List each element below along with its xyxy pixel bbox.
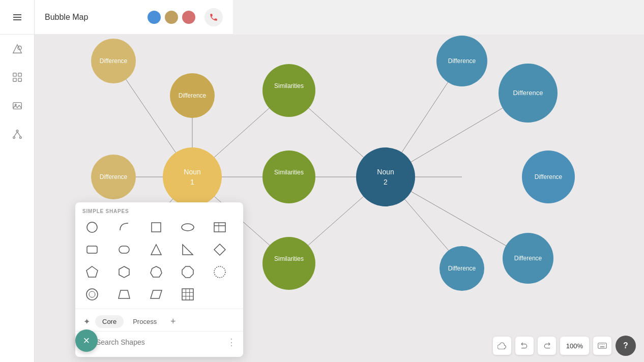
shape-rounded-rect[interactable] [80, 239, 104, 260]
undo-button[interactable] [515, 337, 534, 355]
sidebar-icon-shapes[interactable] [0, 35, 35, 63]
shape-triangle[interactable] [144, 239, 168, 260]
fab-button[interactable]: × [75, 329, 98, 352]
svg-rect-55 [87, 246, 97, 253]
shape-octagon[interactable] [176, 262, 199, 282]
sidebar-icon-image[interactable] [0, 92, 35, 120]
sidebar [0, 0, 35, 362]
shape-pentagon[interactable] [80, 262, 104, 282]
tab-add-button[interactable]: + [166, 315, 180, 329]
shape-circle[interactable] [80, 217, 104, 237]
shape-square[interactable] [144, 217, 168, 237]
shapes-panel: SIMPLE SHAPES [75, 202, 243, 357]
svg-marker-59 [214, 244, 225, 255]
help-button[interactable]: ? [616, 336, 636, 356]
tab-process[interactable]: Process [126, 315, 164, 328]
tab-core[interactable]: Core [95, 315, 124, 328]
call-button[interactable] [204, 8, 223, 26]
bubble-sim1[interactable] [262, 64, 315, 117]
shape-ring[interactable] [80, 284, 104, 305]
svg-rect-6 [18, 73, 21, 76]
titlebar: Bubble Map [35, 0, 233, 35]
svg-rect-56 [119, 246, 129, 253]
shape-right-triangle[interactable] [176, 239, 199, 260]
svg-text:Similarities: Similarities [274, 169, 304, 176]
shape-arc[interactable] [112, 217, 136, 237]
keyboard-button[interactable] [593, 337, 611, 355]
svg-point-10 [15, 104, 16, 106]
svg-rect-8 [18, 78, 21, 81]
shape-trapezoid[interactable] [112, 284, 136, 305]
search-input[interactable] [96, 338, 223, 346]
shapes-section-label: SIMPLE SHAPES [75, 202, 243, 217]
svg-marker-58 [183, 245, 193, 255]
svg-marker-61 [119, 266, 129, 278]
shape-diamond[interactable] [208, 239, 231, 260]
svg-text:Similarities: Similarities [274, 82, 304, 89]
svg-point-65 [86, 289, 98, 300]
svg-point-64 [214, 266, 225, 278]
svg-text:Difference: Difference [448, 265, 476, 272]
search-bar: 🔍 ⋮ [75, 331, 243, 353]
svg-marker-57 [151, 245, 161, 255]
svg-text:Noun: Noun [184, 168, 200, 176]
cloud-button[interactable] [493, 337, 511, 355]
svg-line-14 [14, 132, 17, 136]
shape-heptagon[interactable] [144, 262, 168, 282]
svg-point-51 [182, 224, 194, 231]
bubble-sim3[interactable] [262, 237, 315, 290]
svg-point-11 [16, 130, 18, 132]
sidebar-icon-diagram[interactable] [0, 120, 35, 148]
bubble-noun1[interactable] [163, 147, 222, 206]
shape-table[interactable] [208, 217, 231, 237]
sidebar-icon-grid[interactable] [0, 63, 35, 92]
svg-text:Difference: Difference [535, 173, 563, 180]
svg-point-12 [13, 137, 15, 139]
svg-text:1: 1 [190, 178, 194, 186]
svg-text:Difference: Difference [513, 89, 543, 97]
svg-text:Noun: Noun [377, 168, 394, 176]
shape-circle2[interactable] [208, 262, 231, 282]
page-title: Bubble Map [45, 13, 88, 22]
svg-marker-63 [182, 266, 193, 278]
svg-text:Difference: Difference [100, 173, 128, 180]
svg-rect-74 [598, 343, 607, 349]
svg-rect-52 [214, 223, 225, 232]
svg-marker-62 [151, 266, 162, 277]
svg-point-49 [87, 222, 97, 232]
svg-point-13 [19, 137, 21, 139]
svg-rect-7 [13, 78, 16, 81]
shape-hexagon[interactable] [112, 262, 136, 282]
zoom-display: 100% [560, 337, 589, 355]
svg-text:Difference: Difference [179, 92, 207, 99]
svg-text:Difference: Difference [448, 57, 476, 65]
svg-marker-67 [119, 290, 130, 298]
shape-ellipse[interactable] [176, 217, 199, 237]
svg-marker-60 [86, 266, 98, 277]
svg-text:Difference: Difference [514, 255, 542, 262]
svg-rect-50 [152, 223, 161, 232]
avatar-3 [181, 10, 196, 25]
shape-parallelogram[interactable] [144, 284, 168, 305]
bubble-noun2[interactable] [356, 147, 415, 206]
bubble-sim2[interactable] [262, 150, 315, 203]
collaborator-avatars [147, 10, 196, 25]
svg-text:Difference: Difference [100, 57, 128, 65]
redo-button[interactable] [538, 337, 556, 355]
avatar-2 [164, 10, 179, 25]
svg-text:2: 2 [384, 178, 388, 186]
main-area: Bubble Map [35, 0, 644, 362]
canvas-area[interactable]: Noun 1 Noun 2 Similarities Similarities … [35, 35, 644, 362]
wand-icon[interactable]: ✦ [80, 314, 93, 329]
shapes-grid [75, 217, 243, 305]
svg-rect-69 [182, 289, 193, 300]
svg-marker-68 [151, 290, 162, 298]
svg-point-66 [89, 291, 95, 297]
shape-rounded-rect2[interactable] [112, 239, 136, 260]
shape-tabs: ✦ Core Process + [75, 309, 243, 329]
more-options-icon[interactable]: ⋮ [227, 337, 236, 348]
avatar-1 [147, 10, 162, 25]
shape-grid[interactable] [176, 284, 199, 305]
svg-text:Similarities: Similarities [274, 255, 304, 262]
menu-button[interactable] [0, 0, 35, 35]
